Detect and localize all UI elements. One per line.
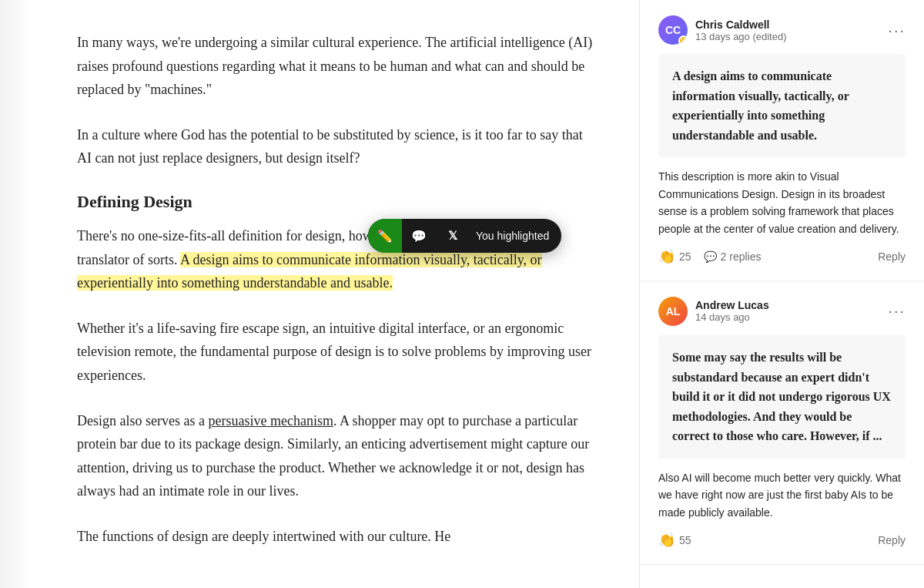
comments-panel: CC ⭐ Chris Caldwell 13 days ago (edited)… <box>639 0 924 588</box>
paragraph-5: Design also serves as a persuasive mecha… <box>77 409 593 503</box>
user-time-chris: 13 days ago (edited) <box>695 31 787 42</box>
verified-badge-chris: ⭐ <box>678 35 688 45</box>
comment-body-chris: This description is more akin to Visual … <box>658 168 906 237</box>
quote-block-chris: A design aims to communicate information… <box>658 54 906 157</box>
highlight-tooltip: ✏️ 💬 𝕏 You highlighted <box>368 219 561 253</box>
action-left-andrew: 👏 55 <box>658 532 691 549</box>
comment-actions-andrew: 👏 55 Reply <box>658 532 906 549</box>
quote-text-chris: A design aims to communicate information… <box>672 66 892 145</box>
avatar-andrew: AL <box>658 297 688 326</box>
action-left-chris: 👏 25 💬 2 replies <box>658 248 762 265</box>
replies-count-chris: 2 replies <box>721 250 762 263</box>
reply-button-chris[interactable]: Reply <box>878 250 906 263</box>
quote-block-andrew: Some may say the results will be substan… <box>658 335 906 459</box>
twitter-icon: 𝕏 <box>448 229 457 243</box>
user-name-andrew: Andrew Lucas <box>695 299 769 311</box>
clap-icon-chris: 👏 <box>658 248 675 265</box>
pencil-icon: ✏️ <box>377 229 393 244</box>
highlight-pencil-button[interactable]: ✏️ <box>368 219 402 253</box>
clap-button-chris[interactable]: 👏 25 <box>658 248 691 265</box>
user-name-chris: Chris Caldwell <box>695 18 787 31</box>
clap-count-andrew: 55 <box>679 534 691 546</box>
paragraph-1: In many ways, we're undergoing a similar… <box>77 31 593 102</box>
comment-header-chris: CC ⭐ Chris Caldwell 13 days ago (edited)… <box>658 15 906 45</box>
comment-actions-chris: 👏 25 💬 2 replies Reply <box>658 248 906 265</box>
paragraph-6: The functions of design are deeply inter… <box>77 525 593 549</box>
comment-user-chris: CC ⭐ Chris Caldwell 13 days ago (edited) <box>658 15 787 45</box>
tooltip-label: You highlighted <box>470 230 561 242</box>
highlight-comment-button[interactable]: 💬 <box>402 219 436 253</box>
avatar-chris: CC ⭐ <box>658 15 688 45</box>
paragraph-4: Whether it's a life-saving fire escape s… <box>77 317 593 388</box>
comment-card-chris: CC ⭐ Chris Caldwell 13 days ago (edited)… <box>640 0 924 281</box>
paragraph-5-before: Design also serves as a <box>77 413 208 428</box>
avatar-initials-andrew: AL <box>666 305 681 318</box>
comment-header-andrew: AL Andrew Lucas 14 days ago ··· <box>658 297 906 326</box>
bubble-icon-chris: 💬 <box>704 250 717 263</box>
comment-user-andrew: AL Andrew Lucas 14 days ago <box>658 297 769 326</box>
replies-button-chris[interactable]: 💬 2 replies <box>704 250 762 263</box>
persuasive-mechanism-link[interactable]: persuasive mechanism <box>208 413 333 428</box>
avatar-initials-chris: CC <box>665 24 681 36</box>
comment-icon: 💬 <box>411 229 427 244</box>
clap-button-andrew[interactable]: 👏 55 <box>658 532 691 549</box>
section-heading-defining-design: Defining Design <box>77 192 593 212</box>
comment-card-andrew: AL Andrew Lucas 14 days ago ··· Some may… <box>640 281 924 565</box>
clap-count-chris: 25 <box>679 250 691 263</box>
user-info-andrew: Andrew Lucas 14 days ago <box>695 299 769 323</box>
highlight-twitter-button[interactable]: 𝕏 <box>436 219 470 253</box>
clap-icon-andrew: 👏 <box>658 532 675 549</box>
paragraph-2: In a culture where God has the potential… <box>77 123 593 170</box>
quote-text-andrew: Some may say the results will be substan… <box>672 348 892 446</box>
article-panel: In many ways, we're undergoing a similar… <box>0 0 639 588</box>
comment-body-andrew: Also AI will become much better very qui… <box>658 469 906 521</box>
user-time-andrew: 14 days ago <box>695 311 769 323</box>
reply-button-andrew[interactable]: Reply <box>878 534 906 546</box>
user-info-chris: Chris Caldwell 13 days ago (edited) <box>695 18 787 42</box>
more-options-chris[interactable]: ··· <box>888 22 906 39</box>
more-options-andrew[interactable]: ··· <box>888 302 906 320</box>
